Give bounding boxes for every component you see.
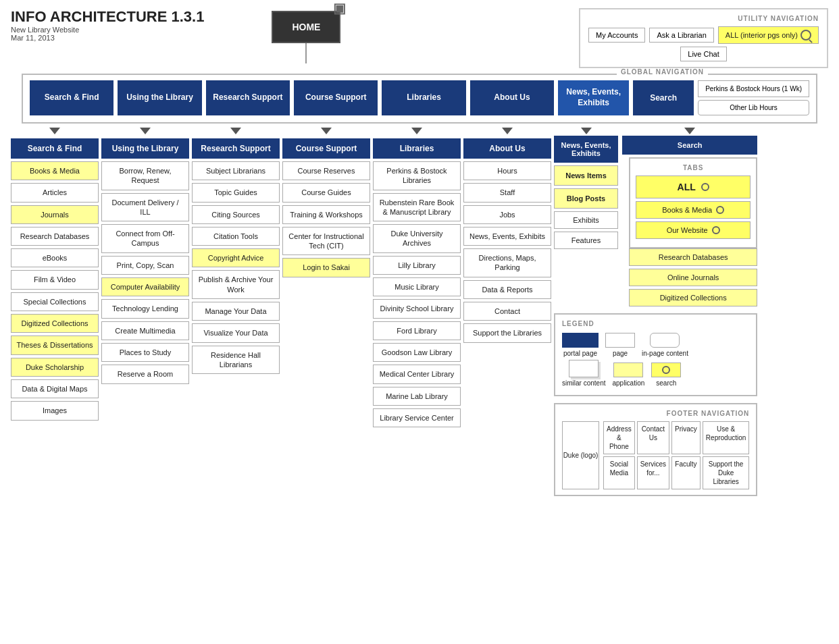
nav-search[interactable]: Search <box>633 80 694 115</box>
col2-item-0[interactable]: Borrow, Renew, Request <box>101 161 189 190</box>
perkins-bostock-hours-button[interactable]: Perkins & Bostock Hours (1 Wk) <box>698 80 809 97</box>
nav-about-us[interactable]: About Us <box>470 80 554 115</box>
tab-all[interactable]: ALL <box>636 176 751 198</box>
col2-item-6[interactable]: Create Multimedia <box>101 321 189 340</box>
col1-item-10[interactable]: Data & Digital Maps <box>11 379 99 398</box>
col5-item-8[interactable]: Medical Center Library <box>373 365 461 383</box>
col4-item-3[interactable]: Center for Instructional Tech (CIT) <box>282 227 370 256</box>
blog-posts-button[interactable]: Blog Posts <box>554 188 618 209</box>
col6-item-6[interactable]: Contact <box>463 302 551 321</box>
col6-item-7[interactable]: Support the Libraries <box>463 323 551 342</box>
tabs-search-col: Search TABS ALL Books & Media Our Websit… <box>622 128 757 306</box>
col1-item-6[interactable]: Special Collections <box>11 292 99 311</box>
col1-item-0[interactable]: Books & Media <box>11 161 99 180</box>
col3-item-7[interactable]: Visualize Your Data <box>192 323 280 342</box>
col5-item-7[interactable]: Goodson Law Library <box>373 343 461 362</box>
col2-item-5[interactable]: Technology Lending <box>101 299 189 318</box>
col2-item-7[interactable]: Places to Study <box>101 343 189 362</box>
legend-white-box <box>605 333 635 348</box>
footer-cell-6[interactable]: Faculty <box>671 456 701 489</box>
nav-libraries[interactable]: Libraries <box>382 80 465 115</box>
nav-research-support[interactable]: Research Support <box>206 80 290 115</box>
col1-item-1[interactable]: Articles <box>11 183 99 202</box>
footer-cell-4[interactable]: Social Media <box>603 456 635 489</box>
col2-item-2[interactable]: Connect from Off-Campus <box>101 224 189 253</box>
col1-item-8[interactable]: Theses & Dissertations <box>11 336 99 354</box>
col6-item-3[interactable]: News, Events, Exhibits <box>463 227 551 246</box>
col1-item-4[interactable]: eBooks <box>11 248 99 267</box>
tabs-label: TABS <box>636 164 751 171</box>
exhibits-button[interactable]: Exhibits <box>554 211 618 229</box>
col3-item-4[interactable]: Copyright Advice <box>192 248 280 267</box>
legend-yellow-box <box>613 363 643 377</box>
col5-item-1[interactable]: Rubenstein Rare Book & Manuscript Librar… <box>373 193 461 222</box>
col1-item-3[interactable]: Research Databases <box>11 227 99 246</box>
features-button[interactable]: Features <box>554 232 618 249</box>
col3-item-2[interactable]: Citing Sources <box>192 205 280 224</box>
col6-item-0[interactable]: Hours <box>463 161 551 180</box>
live-chat-button[interactable]: Live Chat <box>680 47 726 61</box>
col4-item-4[interactable]: Login to Sakai <box>282 258 370 277</box>
all-search-button[interactable]: ALL (interior pgs only) <box>718 26 819 44</box>
footer-cell-0[interactable]: Address & Phone <box>603 421 635 454</box>
nav-using-library[interactable]: Using the Library <box>118 80 201 115</box>
col3-item-3[interactable]: Citation Tools <box>192 227 280 246</box>
nav-news-events[interactable]: News, Events, Exhibits <box>558 80 629 115</box>
col5-item-2[interactable]: Duke University Archives <box>373 224 461 253</box>
col2-item-3[interactable]: Print, Copy, Scan <box>101 256 189 275</box>
col3-item-8[interactable]: Residence Hall Librarians <box>192 346 280 375</box>
col3-item-6[interactable]: Manage Your Data <box>192 302 280 321</box>
col2-item-8[interactable]: Reserve a Room <box>101 365 189 383</box>
col-research-support: Research Support Subject Librarians Topi… <box>192 128 280 496</box>
col4-item-0[interactable]: Course Reserves <box>282 161 370 180</box>
col5-item-3[interactable]: Lilly Library <box>373 256 461 275</box>
tab-books-media[interactable]: Books & Media <box>636 201 751 219</box>
col1-item-11[interactable]: Images <box>11 401 99 420</box>
col5-item-6[interactable]: Ford Library <box>373 321 461 340</box>
col3-item-5[interactable]: Publish & Archive Your Work <box>192 270 280 299</box>
ask-librarian-button[interactable]: Ask a Librarian <box>649 28 713 43</box>
nav-search-find[interactable]: Search & Find <box>30 80 113 115</box>
news-items-button[interactable]: News Items <box>554 165 618 186</box>
search-research-db[interactable]: Research Databases <box>629 248 757 266</box>
col5-item-5[interactable]: Divinity School Library <box>373 299 461 318</box>
utility-nav-row2: Live Chat <box>588 47 819 61</box>
footer-cell-7[interactable]: Support the Duke Libraries <box>703 456 749 489</box>
global-nav-wrapper: GLOBAL NAVIGATION Search & Find Using th… <box>22 74 817 124</box>
footer-cell-2[interactable]: Privacy <box>671 421 701 454</box>
right-panel: News, Events, Exhibits News Items Blog P… <box>554 128 757 496</box>
col5-item-10[interactable]: Library Service Center <box>373 408 461 427</box>
other-lib-hours-button[interactable]: Other Lib Hours <box>698 100 809 115</box>
legend-rounded-box <box>650 333 680 348</box>
col6-item-4[interactable]: Directions, Maps, Parking <box>463 248 551 277</box>
search-icon <box>800 30 811 41</box>
footer-cell-5[interactable]: Services for... <box>637 456 669 489</box>
header: INFO ARCHITECTURE 1.3.1 New Library Webs… <box>0 0 839 68</box>
home-button[interactable]: HOME ▣ <box>272 11 340 43</box>
col6-item-2[interactable]: Jobs <box>463 205 551 224</box>
tab-our-website[interactable]: Our Website <box>636 221 751 239</box>
col2-item-4[interactable]: Computer Availability <box>101 277 189 296</box>
col4-item-2[interactable]: Training & Workshops <box>282 205 370 224</box>
col1-item-5[interactable]: Film & Video <box>11 270 99 289</box>
col2-item-1[interactable]: Document Delivery / ILL <box>101 193 189 222</box>
col3-item-0[interactable]: Subject Librarians <box>192 161 280 180</box>
col1-item-9[interactable]: Duke Scholarship <box>11 358 99 377</box>
col5-item-9[interactable]: Marine Lab Library <box>373 387 461 406</box>
col6-item-5[interactable]: Data & Reports <box>463 280 551 299</box>
col5-item-4[interactable]: Music Library <box>373 277 461 296</box>
my-accounts-button[interactable]: My Accounts <box>588 28 645 43</box>
search-online-journals[interactable]: Online Journals <box>629 269 757 286</box>
col4-item-1[interactable]: Course Guides <box>282 183 370 202</box>
col-using-library: Using the Library Borrow, Renew, Request… <box>101 128 189 496</box>
col1-item-2[interactable]: Journals <box>11 205 99 224</box>
col-about-us: About Us Hours Staff Jobs News, Events, … <box>463 128 551 496</box>
col3-item-1[interactable]: Topic Guides <box>192 183 280 202</box>
footer-cell-1[interactable]: Contact Us <box>637 421 669 454</box>
search-digitized[interactable]: Digitized Collections <box>629 289 757 306</box>
col1-item-7[interactable]: Digitized Collections <box>11 314 99 333</box>
col5-item-0[interactable]: Perkins & Bostock Libraries <box>373 161 461 190</box>
nav-course-support[interactable]: Course Support <box>294 80 378 115</box>
footer-cell-3[interactable]: Use & Reproduction <box>703 421 749 454</box>
col6-item-1[interactable]: Staff <box>463 183 551 202</box>
